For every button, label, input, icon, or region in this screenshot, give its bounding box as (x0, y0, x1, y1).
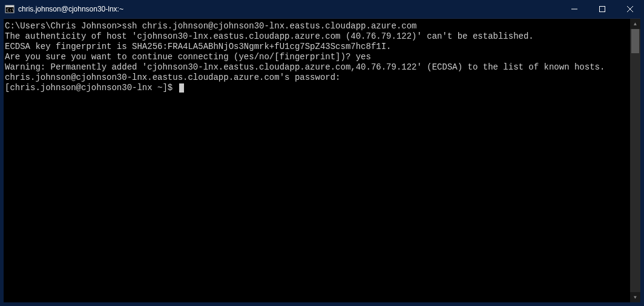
terminal-output[interactable]: C:\Users\Chris Johnson>ssh chris.johnson… (4, 19, 630, 302)
terminal-line: chris.johnson@cjohnson30-lnx.eastus.clou… (5, 73, 629, 83)
minimize-button[interactable] (560, 0, 588, 18)
svg-rect-4 (600, 7, 605, 12)
vertical-scrollbar[interactable]: ▲ ▼ (630, 19, 640, 302)
cursor (179, 83, 184, 93)
terminal-line: Are you sure you want to continue connec… (5, 52, 629, 62)
window-controls (560, 0, 644, 18)
terminal-line: ECDSA key fingerprint is SHA256:FRA4LA5A… (5, 42, 629, 52)
terminal-line: The authenticity of host 'cjohnson30-lnx… (5, 31, 629, 42)
terminal-line: Warning: Permanently added 'cjohnson30-l… (5, 62, 629, 73)
titlebar[interactable]: C:\ chris.johnson@cjohnson30-lnx:~ (0, 0, 644, 18)
terminal-area: C:\Users\Chris Johnson>ssh chris.johnson… (4, 18, 640, 302)
svg-text:C:\: C:\ (7, 8, 15, 13)
terminal-line: C:\Users\Chris Johnson>ssh chris.johnson… (5, 21, 629, 31)
scroll-up-arrow[interactable]: ▲ (630, 19, 640, 29)
scrollbar-track[interactable] (630, 29, 640, 292)
close-button[interactable] (616, 0, 644, 18)
terminal-prompt-text: [chris.johnson@cjohnson30-lnx ~]$ (5, 83, 178, 93)
terminal-window: C:\ chris.johnson@cjohnson30-lnx:~ C:\Us… (0, 0, 644, 306)
maximize-button[interactable] (588, 0, 616, 18)
svg-rect-1 (5, 5, 14, 7)
window-title: chris.johnson@cjohnson30-lnx:~ (18, 5, 123, 13)
scroll-down-arrow[interactable]: ▼ (630, 292, 640, 302)
app-icon: C:\ (5, 4, 15, 14)
terminal-prompt-line: [chris.johnson@cjohnson30-lnx ~]$ (5, 83, 629, 93)
scrollbar-thumb[interactable] (631, 29, 639, 53)
